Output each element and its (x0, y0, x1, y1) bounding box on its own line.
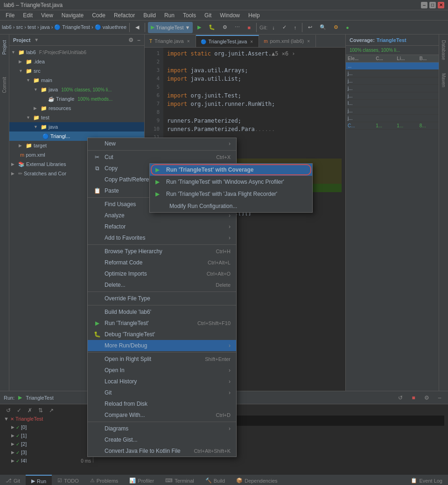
tree-main[interactable]: ▼ 📁 main (9, 76, 144, 85)
run-config-selector[interactable]: ▶ TriangleTest ▼ (148, 22, 193, 33)
project-settings-icon[interactable]: ⚙ (128, 37, 133, 43)
cov-row-8[interactable]: j... (346, 115, 439, 122)
filter-button[interactable]: ⚙ (422, 393, 431, 402)
test-4[interactable]: ▶ ✓ [4] 0 ms (0, 457, 93, 463)
database-vtab[interactable]: Database (440, 38, 447, 62)
menu-build[interactable]: Build (140, 11, 160, 20)
ctx-refactor[interactable]: Refactor › (88, 221, 236, 232)
commit-vtab[interactable]: Commit (1, 75, 8, 95)
undo-button[interactable]: ↩ (305, 22, 315, 33)
sort-btn[interactable]: ⇅ (36, 406, 45, 415)
coverage-button[interactable]: ⚙ (220, 22, 230, 33)
tab-triangle[interactable]: T Triangle.java × (145, 35, 196, 47)
stop-button[interactable]: ■ (245, 22, 253, 33)
cov-row-2[interactable]: j... (346, 70, 439, 77)
menu-edit[interactable]: Edit (19, 11, 36, 20)
cov-row-4[interactable]: j... (346, 85, 439, 92)
tree-resources[interactable]: ▶ 📁 resources (9, 104, 144, 113)
menu-file[interactable]: File (2, 11, 18, 20)
tree-java-test[interactable]: ▼ 📁 java (9, 122, 144, 132)
cov-row-3[interactable]: j... (346, 77, 439, 85)
ctx-optimize[interactable]: Optimize Imports Ctrl+Alt+O (88, 268, 236, 279)
project-dropdown-icon[interactable]: ▼ (34, 37, 39, 42)
tree-idea[interactable]: ▶ 📁 .idea (9, 57, 144, 66)
terminal-tab[interactable]: ⌨ Terminal (160, 475, 200, 485)
minimize-button[interactable]: – (421, 2, 427, 8)
tree-triangle[interactable]: ☕ Triangle 100% methods... (9, 94, 144, 104)
test-1[interactable]: ▶ ✓ [1] (0, 431, 93, 440)
build-tab[interactable]: 🔨 Build (200, 475, 231, 485)
ctx-run[interactable]: ▶ Run 'TriangleTest' Ctrl+Shift+F10 (88, 318, 236, 329)
run-tab[interactable]: ▶ Run (26, 475, 52, 485)
ctx-override-type[interactable]: Override File Type (88, 293, 236, 304)
menu-git[interactable]: Git (201, 11, 215, 20)
ctx-convert-kotlin[interactable]: Convert Java File to Kotlin File Ctrl+Al… (88, 445, 236, 457)
tab-close-triangle[interactable]: × (186, 38, 191, 44)
maximize-button[interactable]: □ (429, 2, 436, 8)
export-btn[interactable]: ↗ (47, 406, 56, 415)
test-3[interactable]: ▶ ✓ [3] (0, 448, 93, 457)
tab-close-triangletest[interactable]: × (249, 39, 254, 45)
ctx-reformat[interactable]: Reformat Code Ctrl+Alt+L (88, 257, 236, 268)
run-button[interactable]: ▶ (195, 22, 204, 33)
ctx-create-gist[interactable]: Create Gist... (88, 434, 236, 445)
more-run-button[interactable]: ⋯ (232, 22, 243, 33)
profiler-tab[interactable]: 📊 Profiler (124, 475, 160, 485)
cov-row-7[interactable]: j... (346, 107, 439, 115)
ctx-new[interactable]: New › (88, 138, 236, 149)
maven-vtab[interactable]: Maven (440, 71, 447, 89)
green-circle-button[interactable]: ● (343, 22, 352, 33)
tree-root[interactable]: ▼ 📁 lab6 F:\ProjectFile\Unit\lab6 (9, 48, 144, 57)
ctx-build-module[interactable]: Build Module 'lab6' (88, 306, 236, 318)
ctx-more-run-debug[interactable]: More Run/Debug › (88, 340, 236, 351)
git-commit-button[interactable]: ✓ (280, 22, 289, 33)
rerun-button[interactable]: ↺ (396, 393, 405, 402)
tab-close-pomxml[interactable]: × (306, 38, 311, 44)
todo-tab[interactable]: ☑ TODO (52, 475, 84, 485)
deps-tab[interactable]: 📦 Dependencies (231, 475, 283, 485)
tab-pomxml[interactable]: m pom.xml (lab6) × (259, 35, 316, 47)
ctx-reload[interactable]: Reload from Disk (88, 398, 236, 409)
submenu-modify-config[interactable]: Modify Run Configuration... (150, 200, 312, 212)
cov-row-6[interactable]: l... (346, 100, 439, 107)
menu-run[interactable]: Run (161, 11, 178, 20)
ctx-diagrams[interactable]: Diagrams › (88, 423, 236, 434)
test-root[interactable]: ▼ ✕ TriangleTest (0, 415, 93, 423)
submenu-run-windows-profiler[interactable]: ▶ Run 'TriangleTest' with 'Windows Async… (150, 176, 312, 188)
cov-row-5[interactable]: j... (346, 92, 439, 100)
menu-refactor[interactable]: Refactor (110, 11, 139, 20)
cov-row-9[interactable]: C... 1... 1... 8... (346, 122, 439, 130)
menu-tools[interactable]: Tools (179, 11, 200, 20)
filter-pass-btn[interactable]: ✓ (14, 406, 24, 415)
git-tab[interactable]: ⎇ Git (0, 475, 26, 485)
ctx-compare[interactable]: Compare With... Ctrl+D (88, 409, 236, 421)
tree-src[interactable]: ▼ 📁 src (9, 66, 144, 76)
tree-java-main[interactable]: ▼ 📁 java 100% classes, 100% li... (9, 85, 144, 94)
filter-fail-btn[interactable]: ✗ (25, 406, 35, 415)
problems-tab[interactable]: ⚠ Problems (84, 475, 124, 485)
menu-view[interactable]: View (37, 11, 57, 20)
ctx-open-right[interactable]: Open in Right Split Shift+Enter (88, 353, 236, 365)
project-collapse-icon[interactable]: – (137, 37, 140, 43)
menu-help[interactable]: Help (245, 11, 264, 20)
close-button[interactable]: ✕ (438, 2, 444, 8)
ctx-cut[interactable]: ✂ Cut Ctrl+X (88, 152, 236, 163)
tab-triangletest[interactable]: 🔵 TriangleTest.java × (196, 35, 259, 47)
cov-row-1[interactable]: ... (346, 62, 439, 70)
ctx-debug[interactable]: 🐛 Debug 'TriangleTest' (88, 329, 236, 340)
ctx-git[interactable]: Git › (88, 387, 236, 398)
ctx-favorites[interactable]: Add to Favorites › (88, 232, 236, 243)
test-0[interactable]: ▶ ✓ [0] (0, 423, 93, 431)
tree-test[interactable]: ▼ 📁 test (9, 113, 144, 122)
eventlog-tab[interactable]: 📋 Event Log (405, 475, 448, 485)
project-vtab[interactable]: Project (1, 38, 8, 56)
close-run-button[interactable]: – (435, 393, 444, 402)
menu-navigate[interactable]: Navigate (58, 11, 87, 20)
ctx-local-history[interactable]: Local History › (88, 376, 236, 387)
test-2[interactable]: ▶ ✓ [2] (0, 440, 93, 448)
menu-code[interactable]: Code (88, 11, 109, 20)
back-button[interactable]: ◀ (133, 22, 142, 33)
menu-window[interactable]: Window (216, 11, 244, 20)
submenu-run-flight-recorder[interactable]: ▶ Run 'TriangleTest' with 'Java Flight R… (150, 188, 312, 200)
settings-circle-button[interactable]: ⚙ (331, 22, 341, 33)
